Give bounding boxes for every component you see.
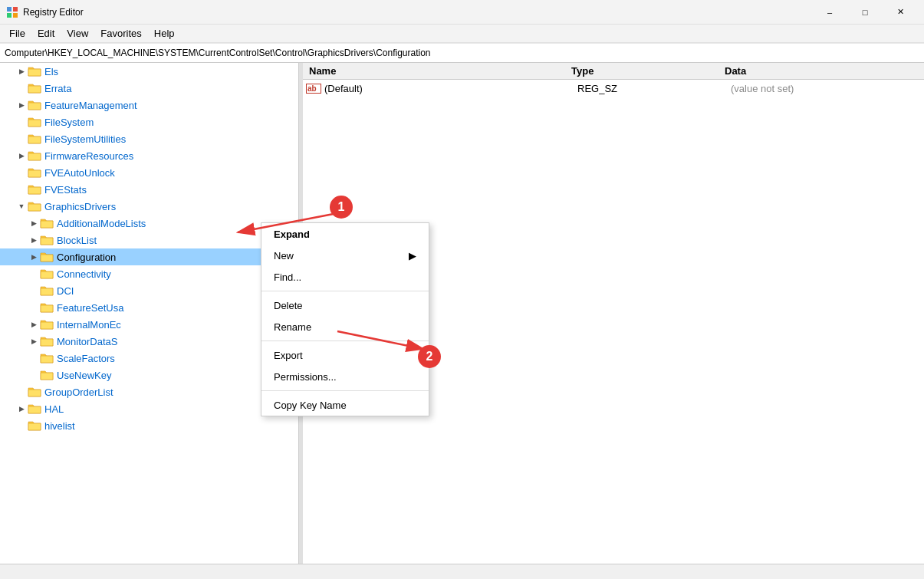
svg-rect-3 [13, 13, 18, 18]
folder-icon-filesystem [28, 116, 41, 128]
label-scalefactors: ScaleFactors [57, 353, 115, 364]
expand-arrow-additionalmodelists: ▶ [28, 217, 40, 229]
svg-rect-2 [7, 13, 12, 18]
tree-item-internalmonec[interactable]: ▶ InternalMonEc [0, 316, 298, 333]
folder-icon-graphicsdrivers [28, 200, 41, 212]
data-row-default[interactable]: ab (Default) REG_SZ (value not set) [303, 80, 924, 97]
svg-rect-1 [13, 7, 18, 12]
tree-item-fveautounlock[interactable]: ▶ FVEAutoUnlock [0, 164, 298, 181]
ab-icon: ab [306, 84, 321, 94]
label-filesystemutilities: FileSystemUtilities [44, 133, 126, 145]
tree-item-hal[interactable]: ▶ HAL [0, 400, 298, 417]
ctx-copykeyname[interactable]: Copy Key Name [261, 394, 429, 416]
label-monitordatas: MonitorDataS [57, 336, 117, 347]
label-graphicsdrivers: GraphicsDrivers [44, 201, 116, 212]
folder-icon-additionalmodelists [40, 217, 54, 229]
folder-icon-monitordatas [40, 335, 54, 347]
ctx-export[interactable]: Export [261, 344, 429, 366]
context-menu: Expand New▶ Find... Delete Rename Export… [261, 222, 429, 416]
ctx-permissions[interactable]: Permissions... [261, 366, 429, 387]
tree-item-firmwareresources[interactable]: ▶ FirmwareResources [0, 147, 298, 164]
tree-item-dci[interactable]: ▶ DCI [0, 282, 298, 299]
address-path[interactable]: Computer\HKEY_LOCAL_MACHINE\SYSTEM\Curre… [5, 48, 431, 58]
folder-icon-filesystemutilities [28, 133, 41, 145]
label-connectivity: Connectivity [57, 268, 111, 280]
folder-icon-connectivity [40, 268, 54, 280]
expand-arrow-els: ▶ [15, 65, 28, 77]
folder-icon-featuresetusa [40, 301, 54, 314]
folder-icon-hal [28, 403, 41, 415]
folder-icon-fvestats [28, 183, 41, 196]
tree-item-grouporderlist[interactable]: ▶ GroupOrderList [0, 383, 298, 400]
menu-help[interactable]: Help [148, 26, 181, 41]
folder-icon-fveautounlock [28, 166, 41, 179]
folder-icon-internalmonec [40, 318, 54, 331]
menu-file[interactable]: File [3, 26, 31, 41]
folder-icon-hivelist [28, 419, 41, 432]
label-fveautounlock: FVEAutoUnlock [44, 167, 115, 179]
ctx-new[interactable]: New▶ [261, 245, 429, 266]
label-configuration: Configuration [57, 252, 116, 263]
ctx-find[interactable]: Find... [261, 266, 429, 288]
app-icon [6, 6, 18, 18]
tree-item-graphicsdrivers[interactable]: ▼ GraphicsDrivers [0, 198, 298, 215]
tree-item-filesystem[interactable]: ▶ FileSystem [0, 113, 298, 130]
ctx-expand[interactable]: Expand [261, 223, 429, 245]
label-firmwareresources: FirmwareResources [44, 150, 133, 162]
label-hivelist: hivelist [44, 420, 75, 432]
tree-item-featuremgmt[interactable]: ▶ FeatureManagement [0, 97, 298, 113]
ctx-delete[interactable]: Delete [261, 294, 429, 316]
menu-view[interactable]: View [61, 26, 94, 41]
data-default-value: (value not set) [731, 83, 924, 94]
label-additionalmodelists: AdditionalModeLists [57, 218, 146, 229]
col-header-data: Data [725, 65, 924, 77]
menu-favorites[interactable]: Favorites [94, 26, 147, 41]
tree-item-connectivity[interactable]: ▶ Connectivity [0, 265, 298, 282]
ctx-rename[interactable]: Rename [261, 316, 429, 337]
label-usenewkey: UseNewKey [57, 370, 112, 381]
tree-item-fvestats[interactable]: ▶ FVEStats [0, 181, 298, 198]
tree-item-monitordatas[interactable]: ▶ MonitorDataS [0, 333, 298, 350]
tree-item-featuresetusa[interactable]: ▶ FeatureSetUsa [0, 299, 298, 316]
tree-item-hivelist[interactable]: ▶ hivelist [0, 417, 298, 434]
ctx-sep2 [261, 340, 429, 341]
folder-icon-els [28, 65, 41, 77]
label-featuremgmt: FeatureManagement [44, 100, 137, 111]
label-errata: Errata [44, 83, 71, 94]
label-blocklist: BlockList [57, 235, 97, 246]
menu-edit[interactable]: Edit [31, 26, 61, 41]
tree-item-usenewkey[interactable]: ▶ UseNewKey [0, 367, 298, 383]
svg-rect-0 [7, 7, 12, 12]
data-default-name: (Default) [324, 83, 577, 94]
close-button[interactable]: ✕ [883, 0, 918, 25]
title-bar-controls: – □ ✕ [812, 0, 918, 25]
tree-pane: ▶ Els ▶ Errata ▶ FeatureManagement [0, 63, 299, 564]
maximize-button[interactable]: □ [847, 0, 883, 25]
tree-item-errata[interactable]: ▶ Errata [0, 80, 298, 97]
folder-icon-grouporderlist [28, 386, 41, 398]
expand-arrow-blocklist: ▶ [28, 234, 40, 246]
minimize-button[interactable]: – [812, 0, 847, 25]
tree-item-els[interactable]: ▶ Els [0, 63, 298, 80]
expand-arrow-hal: ▶ [15, 403, 28, 415]
ctx-sep3 [261, 390, 429, 391]
tree-item-blocklist[interactable]: ▶ BlockList [0, 232, 298, 248]
status-bar [0, 564, 924, 579]
tree-item-scalefactors[interactable]: ▶ ScaleFactors [0, 350, 298, 367]
expand-arrow-firmwareresources: ▶ [15, 150, 28, 162]
col-header-name: Name [303, 65, 571, 77]
menu-bar: File Edit View Favorites Help [0, 25, 924, 43]
folder-icon-blocklist [40, 234, 54, 246]
title-bar: Registry Editor – □ ✕ [0, 0, 924, 25]
tree-item-additionalmodelists[interactable]: ▶ AdditionalModeLists [0, 215, 298, 232]
ctx-sep1 [261, 291, 429, 291]
folder-icon-dci [40, 285, 54, 297]
label-hal: HAL [44, 403, 64, 415]
tree-item-filesystemutilities[interactable]: ▶ FileSystemUtilities [0, 130, 298, 147]
label-internalmonec: InternalMonEc [57, 319, 121, 331]
tree-item-configuration[interactable]: ▶ Configuration [0, 248, 298, 265]
address-bar: Computer\HKEY_LOCAL_MACHINE\SYSTEM\Curre… [0, 43, 924, 63]
data-header: Name Type Data [303, 63, 924, 80]
folder-icon-scalefactors [40, 352, 54, 364]
tree-scroll[interactable]: ▶ Els ▶ Errata ▶ FeatureManagement [0, 63, 298, 564]
